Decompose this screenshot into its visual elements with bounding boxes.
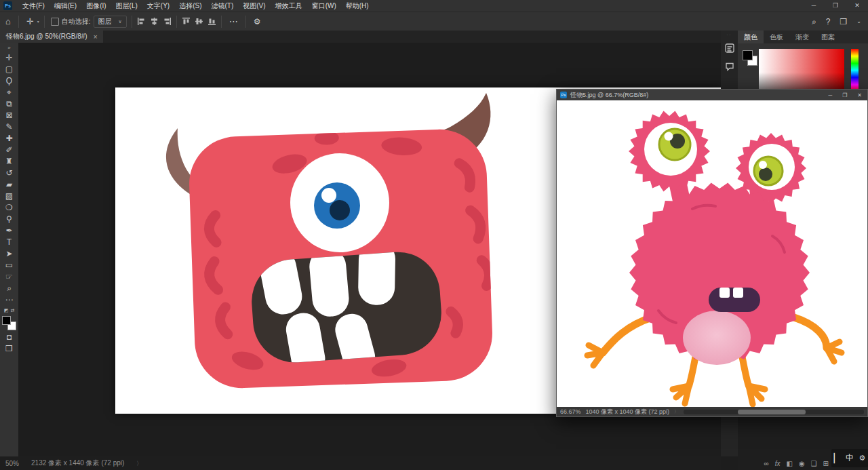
- layer-effects-icon[interactable]: fx: [775, 460, 781, 467]
- color-panel-tabs: 颜色 色板 渐变 图案: [738, 31, 868, 43]
- link-layers-icon[interactable]: ∞: [764, 460, 769, 467]
- toolbar-collapse-icon[interactable]: »: [7, 44, 10, 52]
- search-icon[interactable]: ⌕: [812, 17, 816, 26]
- align-center-horizontal-icon[interactable]: [150, 17, 159, 26]
- divider: [176, 16, 177, 28]
- lasso-tool[interactable]: Ϙ: [1, 75, 18, 86]
- saturation-brightness-field[interactable]: [759, 49, 844, 92]
- minimize-button[interactable]: ─: [828, 92, 832, 98]
- menu-file[interactable]: 文件(F): [18, 0, 50, 12]
- layer-group-icon[interactable]: ❑: [811, 460, 817, 467]
- ime-mode-button[interactable]: 中: [846, 452, 854, 464]
- type-tool[interactable]: T: [1, 236, 18, 248]
- tab-gradients[interactable]: 渐变: [789, 31, 815, 43]
- menu-type[interactable]: 文字(Y): [142, 0, 174, 12]
- align-right-icon[interactable]: [163, 17, 172, 26]
- document-icon: Ps: [560, 92, 567, 98]
- tab-patterns[interactable]: 图案: [815, 31, 841, 43]
- align-left-icon[interactable]: [137, 17, 146, 26]
- layer-mask-icon[interactable]: ◧: [786, 460, 792, 467]
- document-canvas-monster5[interactable]: [557, 100, 867, 407]
- tab-swatches[interactable]: 色板: [764, 31, 789, 43]
- healing-brush-tool[interactable]: ✚: [1, 132, 18, 144]
- adjustment-layer-icon[interactable]: ◉: [799, 460, 805, 467]
- help-icon[interactable]: ?: [826, 17, 831, 26]
- more-align-options-button[interactable]: ⋯: [226, 16, 241, 26]
- default-colors-icon[interactable]: ◩: [4, 308, 9, 313]
- restore-button[interactable]: ❐: [842, 92, 847, 98]
- close-button[interactable]: ✕: [846, 0, 868, 12]
- menu-plugins[interactable]: 增效工具: [271, 0, 307, 12]
- ime-settings-gear-icon[interactable]: ⚙: [859, 454, 865, 463]
- scrollbar-thumb[interactable]: [738, 410, 806, 414]
- gradient-tool[interactable]: ▨: [1, 190, 18, 201]
- brush-tool[interactable]: ✐: [1, 144, 18, 155]
- quick-mask-button[interactable]: ◘: [1, 331, 18, 342]
- panel-grip-icon[interactable]: ∙∙: [727, 33, 732, 38]
- chevron-down-icon[interactable]: ⌄: [856, 18, 861, 24]
- document-dimensions: 2132 像素 x 1440 像素 (72 ppi): [31, 458, 124, 468]
- zoom-level[interactable]: 66.67%: [560, 408, 581, 415]
- move-tool[interactable]: ✛: [1, 52, 18, 63]
- align-top-icon[interactable]: [182, 17, 191, 26]
- marquee-tool[interactable]: ▢: [1, 63, 18, 75]
- horizontal-scrollbar[interactable]: [684, 410, 864, 414]
- floating-window-controls: ─ ❐ ✕: [828, 92, 864, 98]
- align-settings-gear-icon[interactable]: ⚙: [251, 17, 264, 26]
- document-tab-bar: 怪物6.jpg @ 50%(RGB/8#) ×: [0, 31, 721, 43]
- crop-tool[interactable]: ⧉: [1, 98, 18, 109]
- hue-slider[interactable]: [851, 49, 859, 92]
- align-bottom-icon[interactable]: [208, 17, 216, 26]
- menu-select[interactable]: 选择(S): [174, 0, 206, 12]
- align-center-vertical-icon[interactable]: [195, 17, 203, 26]
- eraser-tool[interactable]: ▰: [1, 178, 18, 190]
- path-selection-tool[interactable]: ➤: [1, 248, 18, 259]
- edit-toolbar-button[interactable]: ⋯: [1, 294, 18, 305]
- menu-edit[interactable]: 编辑(E): [50, 0, 81, 12]
- auto-select-target-dropdown[interactable]: 图层 ∨: [94, 16, 127, 28]
- menu-view[interactable]: 视图(V): [238, 0, 270, 12]
- shape-tool[interactable]: ▭: [1, 259, 18, 271]
- history-brush-tool[interactable]: ↺: [1, 167, 18, 178]
- zoom-level[interactable]: 50%: [5, 460, 19, 467]
- screen-mode-button[interactable]: ❒: [1, 342, 18, 354]
- zoom-tool[interactable]: ⌕: [1, 282, 18, 294]
- close-tab-icon[interactable]: ×: [94, 33, 98, 41]
- current-tool-icon[interactable]: ✛: [24, 16, 37, 26]
- close-button[interactable]: ✕: [857, 92, 862, 98]
- monster5-artwork: [557, 100, 867, 407]
- clone-stamp-tool[interactable]: ♜: [1, 155, 18, 167]
- workspace-switcher-icon[interactable]: ❒: [840, 17, 848, 26]
- home-button[interactable]: ⌂: [3, 16, 14, 26]
- foreground-color-swatch[interactable]: [743, 50, 753, 60]
- comments-panel-icon[interactable]: [724, 61, 735, 75]
- dodge-tool[interactable]: ⚲: [1, 213, 18, 224]
- menu-filter[interactable]: 滤镜(T): [207, 0, 239, 12]
- quick-selection-tool[interactable]: ⌖: [1, 86, 18, 98]
- tab-color[interactable]: 颜色: [738, 31, 764, 43]
- new-layer-icon[interactable]: ⊞: [823, 460, 829, 467]
- monster1-pupil: [330, 200, 350, 220]
- floating-window-titlebar[interactable]: Ps 怪物5.jpg @ 66.7%(RGB/8#) ─ ❐ ✕: [557, 90, 867, 100]
- swap-colors-icon[interactable]: ⇄: [10, 308, 14, 313]
- divider: [221, 16, 222, 28]
- history-panel-icon[interactable]: [724, 43, 735, 56]
- foreground-color-swatch[interactable]: [2, 316, 11, 325]
- document-tab-monster6[interactable]: 怪物6.jpg @ 50%(RGB/8#) ×: [0, 31, 103, 43]
- blur-tool[interactable]: ❍: [1, 201, 18, 213]
- menu-layer[interactable]: 图层(L): [111, 0, 142, 12]
- status-chevron-icon[interactable]: 〉: [674, 408, 679, 415]
- eyedropper-tool[interactable]: ✎: [1, 121, 18, 132]
- pen-tool[interactable]: ✒: [1, 224, 18, 236]
- hand-tool[interactable]: ☞: [1, 271, 18, 282]
- frame-tool[interactable]: ⊠: [1, 109, 18, 121]
- restore-button[interactable]: ❐: [825, 0, 846, 12]
- auto-select-checkbox[interactable]: [51, 18, 59, 26]
- menu-image[interactable]: 图像(I): [81, 0, 111, 12]
- ime-toolbar: ▏ 中 ⚙: [831, 449, 868, 467]
- minimize-button[interactable]: ─: [803, 0, 825, 12]
- menu-window[interactable]: 窗口(W): [307, 0, 341, 12]
- status-chevron-icon[interactable]: 〉: [136, 460, 142, 467]
- floating-document-window[interactable]: Ps 怪物5.jpg @ 66.7%(RGB/8#) ─ ❐ ✕: [556, 89, 868, 417]
- menu-help[interactable]: 帮助(H): [341, 0, 374, 12]
